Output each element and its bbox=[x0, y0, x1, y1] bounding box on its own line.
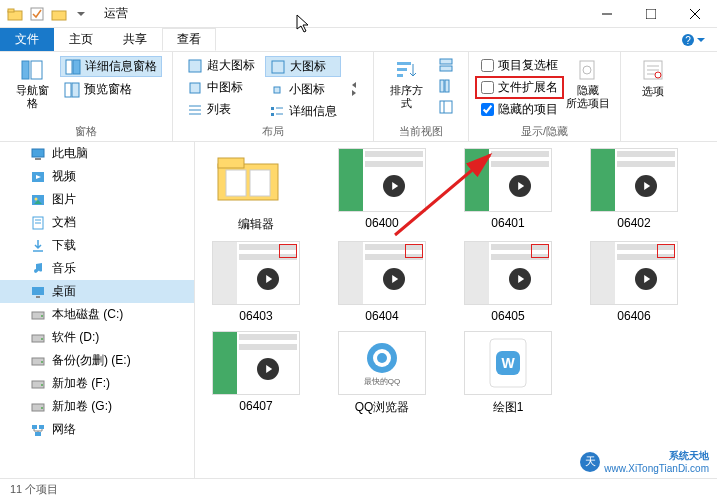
tree-item-drive[interactable]: 新加卷 (G:) bbox=[0, 395, 194, 418]
content-area: 此电脑视频图片文档下载音乐桌面本地磁盘 (C:)软件 (D:)备份(勿删) (E… bbox=[0, 142, 717, 478]
navigation-tree[interactable]: 此电脑视频图片文档下载音乐桌面本地磁盘 (C:)软件 (D:)备份(勿删) (E… bbox=[0, 142, 195, 478]
svg-point-56 bbox=[41, 361, 43, 363]
svg-rect-63 bbox=[35, 432, 41, 436]
tree-item-network[interactable]: 网络 bbox=[0, 418, 194, 441]
layout-expand-icon[interactable] bbox=[347, 81, 363, 97]
details-button[interactable]: 详细信息 bbox=[265, 102, 341, 121]
large-icons-button[interactable]: 大图标 bbox=[265, 56, 341, 77]
svg-rect-14 bbox=[65, 83, 71, 97]
file-thumbnail bbox=[590, 241, 678, 305]
tree-item-label: 文档 bbox=[52, 214, 76, 231]
options-label: 选项 bbox=[642, 84, 664, 99]
window-title: 运营 bbox=[104, 5, 128, 22]
file-item[interactable]: 06402 bbox=[579, 148, 689, 233]
tree-item-desktop[interactable]: 桌面 bbox=[0, 280, 194, 303]
file-extensions-toggle[interactable]: 文件扩展名 bbox=[479, 78, 560, 97]
download-icon bbox=[30, 238, 46, 254]
options-button[interactable]: 选项 bbox=[631, 56, 675, 125]
file-label: 06407 bbox=[239, 399, 272, 413]
nav-pane-button[interactable]: 导航窗格 bbox=[10, 56, 54, 122]
window-controls bbox=[585, 0, 717, 28]
tree-item-picture[interactable]: 图片 bbox=[0, 188, 194, 211]
sort-by-button[interactable]: 排序方式 bbox=[384, 56, 428, 122]
svg-rect-40 bbox=[32, 149, 44, 157]
svg-point-58 bbox=[41, 384, 43, 386]
medium-icons-button[interactable]: 中图标 bbox=[183, 78, 259, 97]
file-item[interactable]: 06401 bbox=[453, 148, 563, 233]
small-icons-button[interactable]: 小图标 bbox=[265, 80, 341, 99]
tree-item-label: 备份(勿删) (E:) bbox=[52, 352, 131, 369]
tree-item-pc[interactable]: 此电脑 bbox=[0, 142, 194, 165]
file-item[interactable]: 06406 bbox=[579, 241, 689, 323]
close-button[interactable] bbox=[673, 0, 717, 28]
svg-rect-1 bbox=[8, 9, 14, 12]
columns-button[interactable] bbox=[434, 77, 458, 95]
sizecolumns-button[interactable] bbox=[434, 98, 458, 116]
file-label: 编辑器 bbox=[238, 216, 274, 233]
tree-item-drive[interactable]: 本地磁盘 (C:) bbox=[0, 303, 194, 326]
maximize-button[interactable] bbox=[629, 0, 673, 28]
groupby-button[interactable] bbox=[434, 56, 458, 74]
tree-item-download[interactable]: 下载 bbox=[0, 234, 194, 257]
svg-rect-66 bbox=[226, 170, 246, 196]
tree-item-drive[interactable]: 软件 (D:) bbox=[0, 326, 194, 349]
extra-large-icons-button[interactable]: 超大图标 bbox=[183, 56, 259, 75]
file-label: 06402 bbox=[617, 216, 650, 230]
file-item[interactable]: W绘图1 bbox=[453, 331, 563, 416]
tree-item-label: 音乐 bbox=[52, 260, 76, 277]
file-view[interactable]: 编辑器0640006401064020640306404064050640606… bbox=[195, 142, 717, 478]
ribbon-tabs: 文件 主页 共享 查看 ? bbox=[0, 28, 717, 52]
svg-rect-11 bbox=[31, 61, 42, 79]
list-button[interactable]: 列表 bbox=[183, 100, 259, 119]
file-item[interactable]: 06405 bbox=[453, 241, 563, 323]
file-thumbnail bbox=[464, 241, 552, 305]
minimize-button[interactable] bbox=[585, 0, 629, 28]
tab-share[interactable]: 共享 bbox=[108, 28, 162, 51]
tree-item-label: 新加卷 (G:) bbox=[52, 398, 112, 415]
tree-item-video[interactable]: 视频 bbox=[0, 165, 194, 188]
file-item[interactable]: 06403 bbox=[201, 241, 311, 323]
status-bar: 11 个项目 bbox=[0, 478, 717, 500]
qat-folder-icon[interactable] bbox=[50, 5, 68, 23]
medium-icon bbox=[187, 80, 203, 96]
qat-checkbox-icon[interactable] bbox=[28, 5, 46, 23]
svg-rect-65 bbox=[218, 158, 244, 168]
file-item[interactable]: 最快的QQQQ浏览器 bbox=[327, 331, 437, 416]
watermark-url: www.XiTongTianDi.com bbox=[604, 463, 709, 474]
details-pane-button[interactable]: 详细信息窗格 bbox=[60, 56, 162, 77]
details-icon bbox=[269, 104, 285, 120]
tab-home[interactable]: 主页 bbox=[54, 28, 108, 51]
item-checkboxes-checkbox[interactable] bbox=[481, 59, 494, 72]
file-item[interactable]: 编辑器 bbox=[201, 148, 311, 233]
tree-item-music[interactable]: 音乐 bbox=[0, 257, 194, 280]
item-checkboxes-toggle[interactable]: 项目复选框 bbox=[479, 56, 560, 75]
tree-item-drive[interactable]: 备份(勿删) (E:) bbox=[0, 349, 194, 372]
picture-icon bbox=[30, 192, 46, 208]
file-extensions-checkbox[interactable] bbox=[481, 81, 494, 94]
file-label: 06406 bbox=[617, 309, 650, 323]
hidden-items-checkbox[interactable] bbox=[481, 103, 494, 116]
group-show-hide: 项目复选框 文件扩展名 隐藏的项目 隐藏 所选项目 显示/隐藏 bbox=[469, 52, 621, 141]
qat-dropdown-icon[interactable] bbox=[72, 5, 90, 23]
svg-rect-13 bbox=[73, 60, 80, 74]
small-icon bbox=[269, 82, 285, 98]
file-item[interactable]: 06400 bbox=[327, 148, 437, 233]
tree-item-drive[interactable]: 新加卷 (F:) bbox=[0, 372, 194, 395]
file-thumbnail bbox=[338, 241, 426, 305]
tree-item-label: 新加卷 (F:) bbox=[52, 375, 110, 392]
svg-rect-32 bbox=[440, 80, 444, 92]
tree-item-document[interactable]: 文档 bbox=[0, 211, 194, 234]
hide-selected-button[interactable]: 隐藏 所选项目 bbox=[566, 56, 610, 122]
tab-file[interactable]: 文件 bbox=[0, 28, 54, 51]
group-panes-label: 窗格 bbox=[10, 124, 162, 139]
file-item[interactable]: 06407 bbox=[201, 331, 311, 416]
file-thumbnail bbox=[212, 331, 300, 395]
help-button[interactable]: ? bbox=[669, 28, 717, 51]
tree-item-label: 此电脑 bbox=[52, 145, 88, 162]
tab-view[interactable]: 查看 bbox=[162, 28, 216, 51]
hidden-items-toggle[interactable]: 隐藏的项目 bbox=[479, 100, 560, 119]
file-thumbnail bbox=[212, 148, 300, 212]
preview-pane-button[interactable]: 预览窗格 bbox=[60, 80, 162, 99]
file-item[interactable]: 06404 bbox=[327, 241, 437, 323]
file-thumbnail bbox=[338, 148, 426, 212]
